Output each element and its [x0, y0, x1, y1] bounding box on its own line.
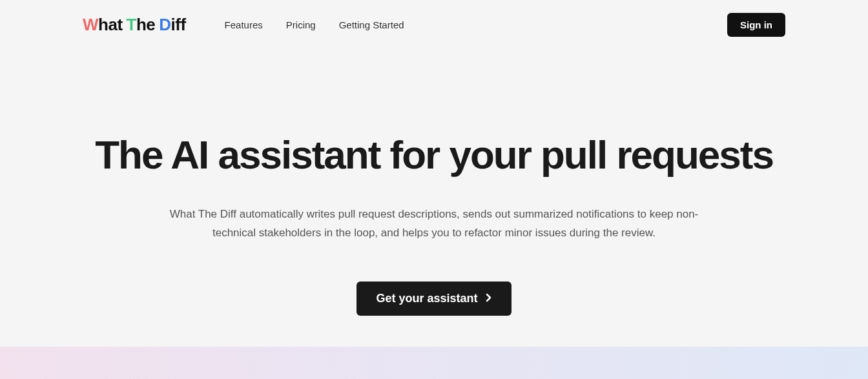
header: What The Diff Features Pricing Getting S…	[0, 0, 868, 50]
sign-in-button[interactable]: Sign in	[727, 13, 785, 37]
logo-word-2: The	[127, 15, 156, 35]
logo[interactable]: What The Diff	[83, 15, 186, 35]
bottom-gradient	[0, 347, 868, 379]
cta-label: Get your assistant	[376, 292, 477, 305]
header-left: What The Diff Features Pricing Getting S…	[83, 15, 404, 35]
chevron-right-icon	[486, 292, 492, 305]
nav-features[interactable]: Features	[225, 19, 263, 30]
logo-word-1: What	[83, 15, 123, 35]
hero-title: The AI assistant for your pull requests	[26, 134, 842, 176]
logo-word-3: Diff	[159, 15, 185, 35]
hero: The AI assistant for your pull requests …	[0, 50, 868, 316]
nav-getting-started[interactable]: Getting Started	[339, 19, 404, 30]
cta-button[interactable]: Get your assistant	[356, 282, 511, 316]
nav: Features Pricing Getting Started	[225, 19, 404, 30]
nav-pricing[interactable]: Pricing	[286, 19, 316, 30]
hero-description: What The Diff automatically writes pull …	[169, 205, 699, 243]
